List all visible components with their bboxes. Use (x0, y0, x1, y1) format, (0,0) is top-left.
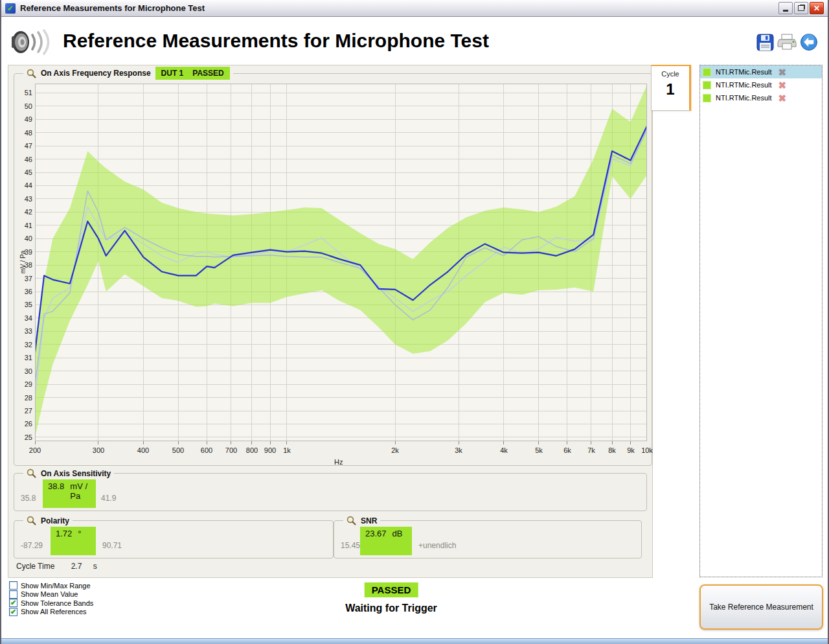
x-tick-label: 700 (225, 446, 237, 454)
result-swatch-icon (703, 81, 711, 89)
y-tick-label: 32 (14, 341, 32, 349)
checkbox-checked-icon[interactable]: ✔ (9, 599, 17, 607)
result-label: NTI.RTMic.Result (716, 94, 772, 102)
measurement-panel: On Axis Frequency Response DUT 1 PASSED … (8, 65, 653, 578)
delete-x-icon[interactable]: ✖ (778, 80, 787, 90)
dut-status-badge: DUT 1 PASSED (155, 67, 230, 80)
y-tick-label: 29 (14, 380, 32, 388)
polarity-title: Polarity (41, 516, 69, 525)
reference-result-item[interactable]: NTI.RTMic.Result✖ (700, 91, 822, 104)
option-checkbox-row[interactable]: Show Min/Max Range (9, 581, 93, 590)
polarity-value-box: 1.72 ° (51, 527, 96, 555)
x-axis-label: Hz (334, 458, 343, 466)
chart-plot[interactable] (35, 84, 647, 445)
checkbox-unchecked-icon[interactable] (9, 581, 17, 590)
y-tick-label: 48 (14, 129, 32, 137)
cycle-indicator: Cycle 1 (651, 65, 691, 111)
y-tick-label: 51 (14, 89, 32, 97)
y-tick-label: 36 (14, 288, 32, 295)
y-tick-label: 43 (14, 195, 32, 203)
checkbox-unchecked-icon[interactable] (9, 590, 17, 599)
polarity-min: -87.29 (21, 541, 43, 550)
snr-value-box: 23.67 dB (360, 527, 412, 555)
x-tick-label: 10k (641, 446, 653, 454)
x-tick-label: 9k (627, 446, 635, 454)
reference-result-item[interactable]: NTI.RTMic.Result✖ (700, 78, 822, 91)
snr-unit: dB (392, 529, 403, 538)
display-options: Show Min/Max RangeShow Mean Value✔Show T… (9, 581, 93, 616)
cycle-time-row: Cycle Time 2.7 s (16, 562, 97, 571)
sensitivity-max: 41.9 (101, 494, 116, 503)
snr-max: +unendlich (418, 541, 456, 550)
delete-x-icon[interactable]: ✖ (778, 93, 787, 103)
save-icon[interactable] (755, 32, 775, 52)
x-tick-label: 4k (500, 446, 508, 454)
status-badge: PASSED (365, 582, 418, 597)
y-tick-label: 31 (14, 354, 32, 362)
checkbox-label: Show All References (21, 608, 87, 615)
y-tick-label: 46 (14, 155, 32, 163)
x-axis-tick-labels: 2003004005006007008009001k2k3k4k5k6k7k8k… (35, 446, 647, 455)
frequency-response-chart[interactable]: 2526272829303132333435363738394041424344… (16, 84, 649, 463)
delete-x-icon[interactable]: ✖ (778, 67, 787, 77)
app-window: ✓ Reference Measurements for Microphone … (0, 0, 829, 644)
snr-value: 23.67 (365, 529, 387, 538)
checkbox-checked-icon[interactable]: ✔ (9, 608, 17, 616)
restore-down-icon[interactable] (794, 2, 808, 14)
checkbox-label: Show Tolerance Bands (21, 599, 93, 607)
y-tick-label: 40 (14, 235, 32, 242)
speaker-icon (10, 27, 52, 60)
x-tick-label: 800 (246, 446, 258, 454)
y-tick-label: 35 (14, 301, 32, 308)
take-reference-measurement-button[interactable]: Take Reference Measurement (699, 584, 823, 630)
x-tick-label: 600 (201, 446, 212, 454)
y-tick-label: 30 (14, 367, 32, 375)
x-tick-label: 7k (587, 446, 595, 454)
x-tick-label: 3k (455, 446, 462, 454)
toolbar (755, 32, 819, 52)
print-icon[interactable] (777, 32, 797, 52)
result-swatch-icon (703, 68, 711, 76)
x-tick-label: 400 (137, 446, 149, 454)
sensitivity-group: On Axis Sensitivity 35.8 38.8 mV / Pa 41… (14, 468, 647, 511)
cycle-time-label: Cycle Time (16, 562, 54, 571)
magnifier-icon (27, 69, 36, 78)
dut-label: DUT 1 (161, 69, 184, 78)
y-tick-label: 44 (14, 181, 32, 189)
sensitivity-unit: mV / Pa (70, 481, 96, 501)
back-icon[interactable] (799, 32, 819, 52)
option-checkbox-row[interactable]: ✔Show Tolerance Bands (9, 599, 93, 608)
y-tick-label: 33 (14, 327, 32, 335)
cycle-time-value: 2.7 (71, 562, 82, 571)
page-title: Reference Measurements for Microphone Te… (63, 30, 489, 52)
y-tick-label: 34 (14, 314, 32, 322)
x-tick-label: 5k (535, 446, 543, 454)
y-axis-label: mV / Pa (19, 251, 27, 274)
x-tick-label: 6k (563, 446, 571, 454)
y-tick-label: 47 (14, 142, 32, 150)
reference-result-item[interactable]: NTI.RTMic.Result✖ (700, 65, 822, 78)
window-bottom-edge (1, 638, 828, 644)
close-icon[interactable]: ✕ (810, 2, 824, 14)
magnifier-icon (346, 516, 356, 525)
polarity-unit: ° (78, 529, 81, 538)
x-tick-label: 500 (172, 446, 184, 454)
app-check-icon: ✓ (5, 3, 16, 14)
y-tick-label: 50 (14, 102, 32, 110)
option-checkbox-row[interactable]: ✔Show All References (9, 608, 93, 617)
x-tick-label: 900 (264, 446, 276, 454)
y-tick-label: 45 (14, 168, 32, 176)
snr-group: SNR 15.45 23.67 dB +unendlich (334, 516, 642, 558)
x-tick-label: 8k (608, 446, 616, 454)
x-tick-label: 1k (283, 446, 291, 454)
minimize-icon[interactable] (778, 2, 793, 14)
frequency-response-group: On Axis Frequency Response DUT 1 PASSED … (14, 67, 652, 466)
status-message: Waiting for Trigger (345, 603, 437, 614)
window-title: Reference Measurements for Microphone Te… (20, 3, 777, 13)
option-checkbox-row[interactable]: Show Mean Value (9, 590, 93, 599)
polarity-group: Polarity -87.29 1.72 ° 90.71 (14, 516, 334, 558)
snr-title: SNR (361, 516, 377, 525)
result-label: NTI.RTMic.Result (716, 68, 772, 76)
magnifier-icon (27, 516, 36, 525)
polarity-value: 1.72 (56, 529, 72, 538)
